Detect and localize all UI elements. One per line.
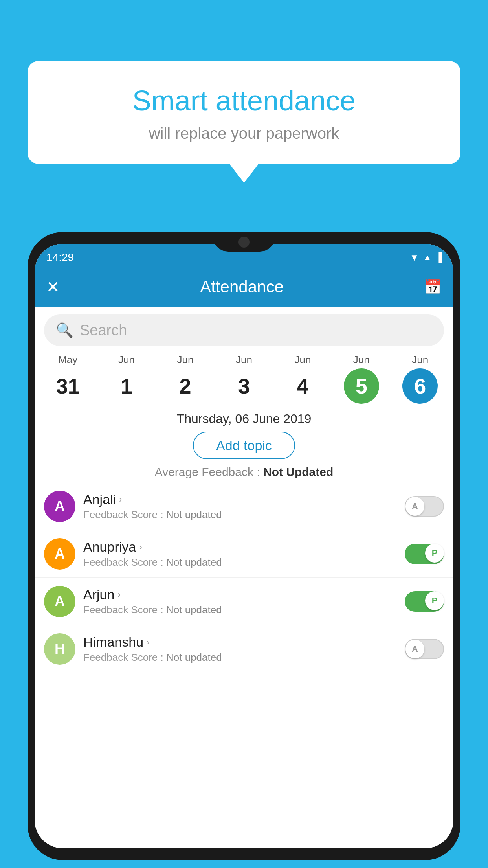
signal-icon: ▲ bbox=[423, 252, 432, 263]
student-name[interactable]: Himanshu › bbox=[83, 634, 405, 650]
date-month: Jun bbox=[353, 354, 370, 366]
student-info: Anupriya ›Feedback Score : Not updated bbox=[83, 539, 405, 568]
student-info: Arjun ›Feedback Score : Not updated bbox=[83, 587, 405, 616]
avg-feedback-label: Average Feedback : bbox=[155, 465, 260, 478]
search-icon: 🔍 bbox=[56, 322, 73, 338]
phone-frame: 14:29 ▼ ▲ ▐ ✕ Attendance 📅 🔍 Search May3… bbox=[28, 232, 460, 860]
feedback-value: Not updated bbox=[166, 556, 222, 568]
status-icons: ▼ ▲ ▐ bbox=[410, 252, 442, 263]
date-number[interactable]: 2 bbox=[168, 368, 203, 404]
date-month: Jun bbox=[294, 354, 311, 366]
feedback-value: Not updated bbox=[166, 604, 222, 616]
battery-icon: ▐ bbox=[435, 252, 442, 263]
date-number[interactable]: 5 bbox=[344, 368, 379, 404]
date-month: Jun bbox=[412, 354, 428, 366]
toggle-knob: P bbox=[425, 591, 444, 610]
student-item: AAnjali ›Feedback Score : Not updatedA bbox=[35, 483, 453, 530]
date-number[interactable]: 6 bbox=[402, 368, 438, 404]
student-item: AArjun ›Feedback Score : Not updatedP bbox=[35, 578, 453, 625]
search-bar[interactable]: 🔍 Search bbox=[44, 314, 444, 346]
avg-feedback: Average Feedback : Not Updated bbox=[35, 465, 453, 479]
toggle-knob: A bbox=[405, 497, 424, 516]
date-number[interactable]: 1 bbox=[109, 368, 144, 404]
student-name[interactable]: Arjun › bbox=[83, 587, 405, 602]
student-item: AAnupriya ›Feedback Score : Not updatedP bbox=[35, 530, 453, 578]
avatar: A bbox=[44, 586, 75, 617]
student-feedback: Feedback Score : Not updated bbox=[83, 651, 405, 664]
attendance-toggle[interactable]: P bbox=[405, 544, 444, 564]
phone-screen: 14:29 ▼ ▲ ▐ ✕ Attendance 📅 🔍 Search May3… bbox=[35, 244, 453, 848]
student-list: AAnjali ›Feedback Score : Not updatedAAA… bbox=[35, 483, 453, 673]
date-month: Jun bbox=[236, 354, 252, 366]
date-item-5[interactable]: Jun5 bbox=[344, 354, 379, 404]
chevron-icon: › bbox=[119, 495, 122, 505]
student-feedback: Feedback Score : Not updated bbox=[83, 509, 405, 521]
search-placeholder: Search bbox=[80, 322, 127, 339]
selected-date-label: Thursday, 06 June 2019 bbox=[35, 412, 453, 426]
date-month: Jun bbox=[118, 354, 135, 366]
chevron-icon: › bbox=[117, 590, 120, 600]
speech-bubble-subtitle: will replace your paperwork bbox=[43, 125, 445, 142]
student-name[interactable]: Anjali › bbox=[83, 492, 405, 507]
add-topic-label: Add topic bbox=[216, 438, 272, 453]
date-item-1[interactable]: Jun1 bbox=[109, 354, 144, 404]
date-strip: May31Jun1Jun2Jun3Jun4Jun5Jun6 bbox=[35, 354, 453, 404]
avatar: A bbox=[44, 491, 75, 522]
phone-camera bbox=[238, 237, 250, 248]
close-button[interactable]: ✕ bbox=[46, 278, 60, 296]
date-number[interactable]: 31 bbox=[50, 368, 86, 404]
chevron-icon: › bbox=[147, 637, 149, 647]
date-number[interactable]: 4 bbox=[285, 368, 320, 404]
date-item-4[interactable]: Jun4 bbox=[285, 354, 320, 404]
status-time: 14:29 bbox=[46, 251, 74, 264]
date-item-0[interactable]: May31 bbox=[50, 354, 86, 404]
student-feedback: Feedback Score : Not updated bbox=[83, 556, 405, 568]
student-info: Himanshu ›Feedback Score : Not updated bbox=[83, 634, 405, 664]
avatar: H bbox=[44, 633, 75, 665]
calendar-icon[interactable]: 📅 bbox=[424, 279, 442, 295]
speech-bubble-container: Smart attendance will replace your paper… bbox=[28, 61, 460, 164]
speech-bubble: Smart attendance will replace your paper… bbox=[28, 61, 460, 164]
date-item-2[interactable]: Jun2 bbox=[168, 354, 203, 404]
date-number[interactable]: 3 bbox=[226, 368, 262, 404]
chevron-icon: › bbox=[139, 542, 142, 552]
attendance-toggle[interactable]: A bbox=[405, 639, 444, 659]
date-month: May bbox=[58, 354, 77, 366]
attendance-toggle[interactable]: P bbox=[405, 591, 444, 612]
avatar: A bbox=[44, 538, 75, 570]
date-item-3[interactable]: Jun3 bbox=[226, 354, 262, 404]
student-name[interactable]: Anupriya › bbox=[83, 539, 405, 555]
toggle-knob: P bbox=[425, 544, 444, 563]
avg-feedback-value: Not Updated bbox=[263, 465, 333, 478]
add-topic-button[interactable]: Add topic bbox=[193, 432, 295, 459]
feedback-value: Not updated bbox=[166, 651, 222, 663]
attendance-toggle[interactable]: A bbox=[405, 496, 444, 517]
wifi-icon: ▼ bbox=[410, 252, 419, 263]
header-title: Attendance bbox=[200, 278, 284, 296]
feedback-value: Not updated bbox=[166, 509, 222, 520]
date-month: Jun bbox=[177, 354, 194, 366]
student-feedback: Feedback Score : Not updated bbox=[83, 604, 405, 616]
toggle-knob: A bbox=[405, 640, 424, 658]
speech-bubble-title: Smart attendance bbox=[43, 85, 445, 117]
app-header: ✕ Attendance 📅 bbox=[35, 267, 453, 307]
student-item: HHimanshu ›Feedback Score : Not updatedA bbox=[35, 625, 453, 673]
student-info: Anjali ›Feedback Score : Not updated bbox=[83, 492, 405, 521]
date-item-6[interactable]: Jun6 bbox=[402, 354, 438, 404]
